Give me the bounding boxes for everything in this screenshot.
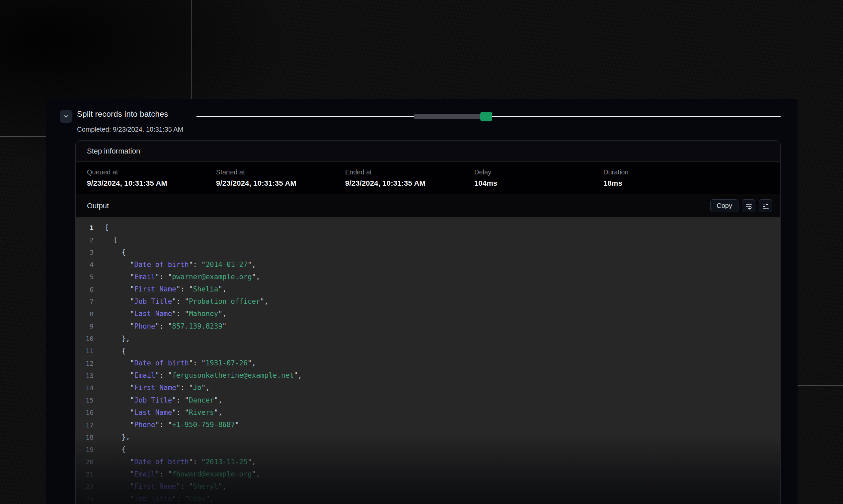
line-number: 21 — [76, 470, 93, 478]
step-info-field-delay: Delay 104ms — [474, 168, 603, 194]
step-information-title: Step information — [87, 147, 140, 156]
field-label: Duration — [603, 168, 733, 176]
code-line-content: "Job Title": "Dancer", — [105, 394, 222, 407]
output-title: Output — [87, 202, 109, 210]
code-line: 11 { — [76, 345, 780, 357]
field-value: 9/23/2024, 10:31:35 AM — [345, 179, 474, 188]
code-line: 21 "Email": "fhoward@example.org", — [76, 468, 780, 481]
canvas-edge-vline — [191, 0, 192, 99]
code-line-content: [ — [105, 234, 118, 246]
step-title: Split records into batches — [77, 109, 183, 119]
line-number: 23 — [76, 495, 93, 503]
canvas-edge-hline-left — [0, 136, 46, 137]
code-line-content: { — [105, 246, 126, 258]
line-number: 18 — [76, 433, 93, 441]
code-line: 23 "Job Title": "Copy", — [76, 493, 780, 504]
line-number: 19 — [76, 446, 93, 454]
field-value: 18ms — [603, 179, 733, 188]
field-label: Started at — [216, 168, 345, 176]
timeline-active-segment — [414, 114, 480, 119]
code-line: 9 "Phone": "857.139.8239" — [76, 320, 780, 332]
code-line: 22 "First Name": "Sheryl", — [76, 481, 780, 493]
scroll-to-top-button[interactable] — [759, 199, 772, 212]
step-info-field-queued: Queued at 9/23/2024, 10:31:35 AM — [87, 168, 216, 194]
code-line: 14 "First Name": "Jo", — [76, 382, 780, 394]
output-section-header: Output Copy — [76, 194, 780, 217]
code-line-content: }, — [105, 431, 130, 443]
output-code-viewer[interactable]: 1[2 [3 {4 "Date of birth": "2014-01-27",… — [76, 217, 780, 504]
code-line: 18 }, — [76, 431, 780, 443]
code-line: 7 "Job Title": "Probation officer", — [76, 295, 780, 308]
code-line-content: "Last Name": "Mahoney", — [105, 308, 227, 320]
step-info-field-duration: Duration 18ms — [603, 168, 733, 194]
code-line: 1[ — [76, 221, 780, 234]
code-line-content: "Job Title": "Copy", — [105, 493, 214, 504]
word-wrap-icon — [745, 202, 753, 210]
code-line-content: [ — [105, 221, 109, 234]
code-line-content: "Email": "pwarner@example.org", — [105, 271, 260, 283]
scroll-to-top-icon — [762, 202, 770, 210]
canvas-edge-hline-right — [797, 385, 843, 386]
step-detail-panel: Split records into batches Completed: 9/… — [46, 99, 797, 504]
line-number: 5 — [76, 273, 93, 281]
code-line-content: "First Name": "Sheryl", — [105, 481, 227, 493]
step-timeline — [196, 112, 780, 122]
code-line: 16 "Last Name": "Rivers", — [76, 407, 780, 419]
code-line-content: "Email": "fhoward@example.org", — [105, 468, 260, 481]
field-label: Queued at — [87, 168, 216, 176]
field-value: 104ms — [474, 179, 603, 188]
code-line-content: "Date of birth": "2013-11-25", — [105, 456, 256, 468]
step-info-field-ended: Ended at 9/23/2024, 10:31:35 AM — [345, 168, 474, 194]
code-lines: 1[2 [3 {4 "Date of birth": "2014-01-27",… — [76, 221, 780, 504]
code-line-content: "First Name": "Shelia", — [105, 283, 227, 295]
step-completed-timestamp: Completed: 9/23/2024, 10:31:35 AM — [77, 126, 183, 133]
code-line: 15 "Job Title": "Dancer", — [76, 394, 780, 407]
code-line-content: { — [105, 345, 126, 357]
line-number: 10 — [76, 335, 93, 343]
line-number: 3 — [76, 248, 93, 256]
field-label: Ended at — [345, 168, 474, 176]
code-line-content: "First Name": "Jo", — [105, 382, 210, 394]
line-number: 16 — [76, 409, 93, 416]
code-line: 6 "First Name": "Shelia", — [76, 283, 780, 295]
code-line-content: "Last Name": "Rivers", — [105, 407, 222, 419]
word-wrap-button[interactable] — [742, 199, 755, 212]
code-line: 19 { — [76, 443, 780, 455]
code-line: 12 "Date of birth": "1931-07-26", — [76, 357, 780, 370]
step-info-row: Queued at 9/23/2024, 10:31:35 AM Started… — [76, 162, 780, 194]
code-line: 13 "Email": "fergusonkatherine@example.n… — [76, 370, 780, 382]
step-information-header: Step information — [76, 141, 780, 162]
code-line: 3 { — [76, 246, 780, 258]
step-information-card: Step information Queued at 9/23/2024, 10… — [75, 140, 780, 504]
line-number: 17 — [76, 421, 93, 429]
line-number: 14 — [76, 384, 93, 392]
code-line: 20 "Date of birth": "2013-11-25", — [76, 456, 780, 468]
line-number: 12 — [76, 359, 93, 367]
line-number: 2 — [76, 236, 93, 244]
code-line: 2 [ — [76, 234, 780, 246]
code-line: 8 "Last Name": "Mahoney", — [76, 308, 780, 320]
output-actions: Copy — [710, 199, 772, 212]
collapse-step-button[interactable] — [60, 110, 72, 123]
copy-button[interactable]: Copy — [710, 199, 738, 212]
timeline-marker[interactable] — [480, 112, 492, 121]
line-number: 13 — [76, 372, 93, 380]
line-number: 8 — [76, 310, 93, 318]
code-line-content: }, — [105, 332, 130, 345]
line-number: 20 — [76, 458, 93, 466]
line-number: 6 — [76, 286, 93, 293]
field-value: 9/23/2024, 10:31:35 AM — [216, 179, 345, 188]
code-line: 10 }, — [76, 332, 780, 345]
code-line: 5 "Email": "pwarner@example.org", — [76, 271, 780, 283]
chevron-down-icon — [63, 113, 69, 119]
code-line-content: "Date of birth": "2014-01-27", — [105, 259, 256, 271]
code-line: 4 "Date of birth": "2014-01-27", — [76, 259, 780, 271]
step-info-field-started: Started at 9/23/2024, 10:31:35 AM — [216, 168, 345, 194]
line-number: 11 — [76, 347, 93, 355]
code-line-content: { — [105, 443, 126, 455]
workflow-canvas: Split records into batches Completed: 9/… — [0, 0, 843, 504]
line-number: 1 — [76, 224, 93, 232]
line-number: 4 — [76, 260, 93, 269]
code-line-content: "Date of birth": "1931-07-26", — [105, 357, 256, 370]
code-line-content: "Phone": "+1-950-759-8687" — [105, 419, 239, 431]
